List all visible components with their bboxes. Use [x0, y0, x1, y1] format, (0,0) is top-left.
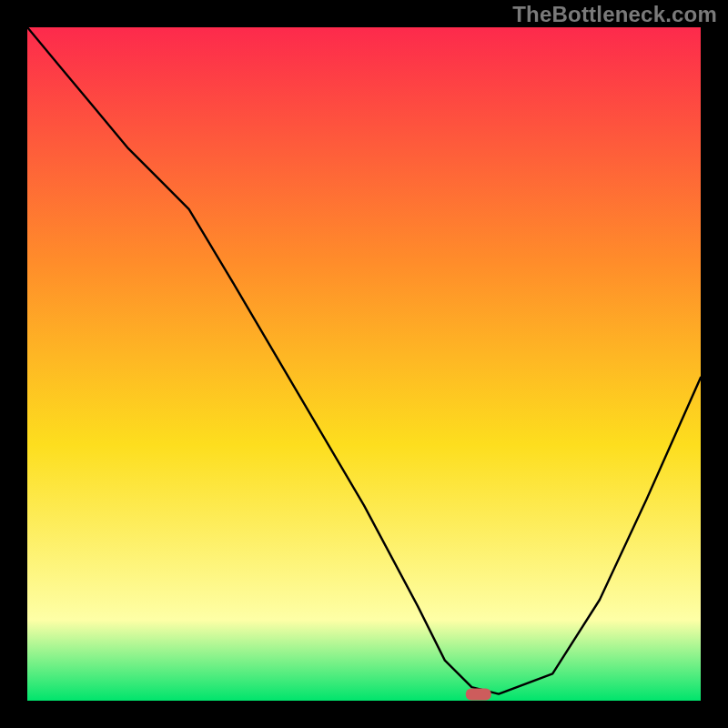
watermark-text: TheBottleneck.com — [512, 2, 717, 27]
optimum-marker — [466, 689, 491, 701]
chart-frame: TheBottleneck.com — [0, 0, 728, 728]
bottleneck-chart — [27, 27, 701, 701]
